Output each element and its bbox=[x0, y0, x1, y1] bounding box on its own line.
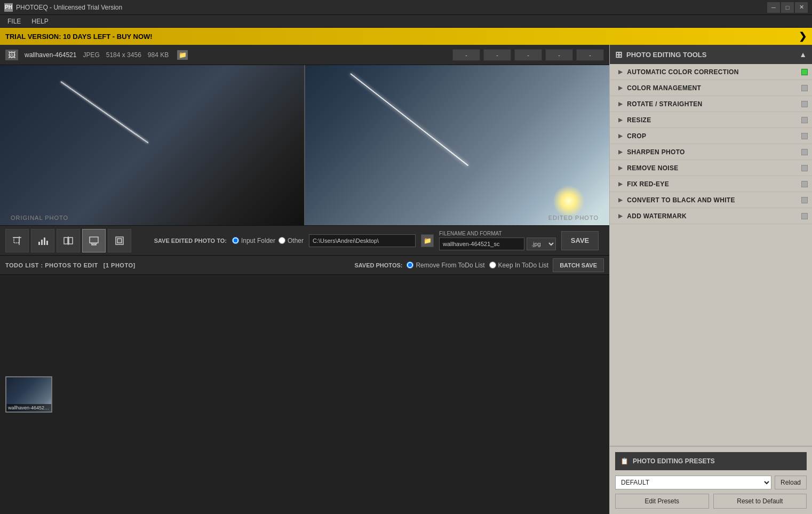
svg-rect-10 bbox=[90, 237, 98, 243]
format-select[interactable]: .jpg .png .bmp .tif bbox=[527, 238, 556, 250]
app-icon: PH bbox=[4, 3, 13, 12]
tool-item-9[interactable]: ▶ ADD WATERMARK bbox=[610, 208, 812, 224]
preset-select[interactable]: DEFAULT Custom 1 Custom 2 bbox=[615, 476, 771, 489]
save-path-input[interactable] bbox=[309, 234, 416, 247]
tool-arrow-0: ▶ bbox=[618, 69, 623, 75]
save-area: SAVE EDITED PHOTO TO: Input Folder Other bbox=[133, 231, 604, 250]
tool-label-4: CROP bbox=[627, 132, 646, 140]
radio-other-input[interactable] bbox=[278, 237, 285, 244]
tools-panel-icon: ⊞ bbox=[615, 50, 622, 60]
tool-arrow-9: ▶ bbox=[618, 213, 623, 219]
radio-keep-todo[interactable]: Keep In ToDo List bbox=[489, 262, 549, 269]
tool-item-1[interactable]: ▶ COLOR MANAGEMENT bbox=[610, 80, 812, 96]
save-to-label: SAVE EDITED PHOTO TO: bbox=[154, 238, 227, 244]
tool-item-8[interactable]: ▶ CONVERT TO BLACK AND WHITE bbox=[610, 192, 812, 208]
svg-rect-4 bbox=[41, 240, 43, 245]
tool-label-6: REMOVE NOISE bbox=[627, 164, 678, 172]
tool-item-4[interactable]: ▶ CROP bbox=[610, 128, 812, 144]
zoom-btn-1[interactable]: - bbox=[452, 49, 480, 61]
svg-rect-0 bbox=[14, 238, 19, 243]
browse-folder-button[interactable]: 📁 bbox=[421, 234, 434, 247]
presets-section: 📋 PHOTO EDITING PRESETS DEFAULT Custom 1… bbox=[610, 446, 812, 514]
tool-arrow-5: ▶ bbox=[618, 149, 623, 155]
presets-header: 📋 PHOTO EDITING PRESETS bbox=[615, 452, 807, 470]
radio-input-folder[interactable]: Input Folder bbox=[232, 237, 275, 244]
tool-item-0[interactable]: ▶ AUTOMATIC COLOR CORRECTION bbox=[610, 64, 812, 80]
filename-input[interactable] bbox=[439, 238, 524, 250]
radio-remove-todo[interactable]: Remove From ToDo List bbox=[407, 262, 484, 269]
zoom-btn-5[interactable]: - bbox=[576, 49, 604, 61]
tool-arrow-2: ▶ bbox=[618, 101, 623, 107]
tool-indicator-0 bbox=[801, 69, 808, 75]
reload-preset-button[interactable]: Reload bbox=[775, 476, 807, 489]
edited-photo bbox=[305, 65, 609, 225]
tool-label-9: ADD WATERMARK bbox=[627, 212, 687, 220]
radio-other[interactable]: Other bbox=[278, 237, 304, 244]
tool-label-8: CONVERT TO BLACK AND WHITE bbox=[627, 196, 735, 204]
view-tool-button[interactable] bbox=[82, 229, 106, 252]
trial-arrow: ❯ bbox=[799, 30, 807, 42]
right-panel: ⊞ PHOTO EDITING TOOLS ▲ ▶ AUTOMATIC COLO… bbox=[609, 45, 812, 514]
thumbnail-item-0[interactable]: wallhaven-464521.jpg bbox=[5, 376, 52, 413]
folder-icon[interactable]: 📁 bbox=[177, 50, 188, 60]
tool-item-7[interactable]: ▶ FIX RED-EYE bbox=[610, 176, 812, 192]
radio-remove-input[interactable] bbox=[407, 262, 413, 268]
tool-indicator-7 bbox=[801, 181, 808, 187]
photo-editing-tools-header: ⊞ PHOTO EDITING TOOLS ▲ bbox=[610, 45, 812, 64]
todo-thumbnails: wallhaven-464521.jpg bbox=[0, 274, 609, 514]
edited-photo-label: EDITED PHOTO bbox=[548, 215, 599, 221]
tool-label-0: AUTOMATIC COLOR CORRECTION bbox=[627, 68, 738, 76]
photo-divider bbox=[304, 65, 305, 225]
compare-tool-button[interactable] bbox=[57, 229, 80, 252]
svg-rect-6 bbox=[46, 241, 48, 245]
close-button[interactable]: ✕ bbox=[795, 2, 808, 13]
trial-banner[interactable]: TRIAL VERSION: 10 DAYS LEFT - BUY NOW! ❯ bbox=[0, 28, 812, 45]
tool-item-6[interactable]: ▶ REMOVE NOISE bbox=[610, 160, 812, 176]
reset-default-button[interactable]: Reset to Default bbox=[713, 494, 807, 509]
tool-item-3[interactable]: ▶ RESIZE bbox=[610, 112, 812, 128]
todo-bar: TODO LIST : PHOTOS TO EDIT [1 PHOTO] SAV… bbox=[0, 255, 609, 274]
radio-input-folder-input[interactable] bbox=[232, 237, 239, 244]
todo-count: [1 PHOTO] bbox=[104, 262, 136, 268]
tool-arrow-3: ▶ bbox=[618, 117, 623, 123]
save-button[interactable]: SAVE bbox=[561, 231, 599, 250]
crop-tool-button[interactable] bbox=[5, 229, 29, 252]
tool-label-3: RESIZE bbox=[627, 116, 651, 124]
tool-indicator-1 bbox=[801, 85, 808, 91]
tools-panel-collapse[interactable]: ▲ bbox=[799, 50, 807, 59]
app-wrapper: PH PHOTOEQ - Unlicensed Trial Version ─ … bbox=[0, 0, 812, 514]
tool-indicator-2 bbox=[801, 101, 808, 107]
menu-help[interactable]: HELP bbox=[26, 17, 53, 26]
zoom-btn-2[interactable]: - bbox=[483, 49, 511, 61]
maximize-button[interactable]: □ bbox=[781, 2, 794, 13]
thumbnail-name-0: wallhaven-464521.jpg bbox=[6, 404, 51, 412]
presets-icon: 📋 bbox=[620, 457, 628, 465]
photo-display: ORIGINAL PHOTO EDITED PHOTO bbox=[0, 65, 609, 225]
zoom-controls: - - - - - bbox=[452, 49, 604, 61]
file-name: wallhaven-464521 bbox=[25, 51, 76, 59]
bottom-toolbar: SAVE EDITED PHOTO TO: Input Folder Other bbox=[0, 225, 609, 255]
svg-rect-7 bbox=[64, 238, 68, 244]
tools-spacer bbox=[610, 224, 812, 446]
view2-tool-button[interactable] bbox=[108, 229, 131, 252]
tool-item-2[interactable]: ▶ ROTATE / STRAIGHTEN bbox=[610, 96, 812, 112]
zoom-btn-4[interactable]: - bbox=[545, 49, 573, 61]
radio-keep-input[interactable] bbox=[489, 262, 496, 268]
minimize-button[interactable]: ─ bbox=[767, 2, 780, 13]
menu-file[interactable]: FILE bbox=[2, 17, 26, 26]
histogram-tool-button[interactable] bbox=[31, 229, 54, 252]
file-size: 984 KB bbox=[148, 51, 169, 59]
original-photo-label: ORIGINAL PHOTO bbox=[11, 215, 68, 221]
batch-save-button[interactable]: BATCH SAVE bbox=[553, 258, 604, 272]
tool-indicator-8 bbox=[801, 197, 808, 203]
edit-presets-button[interactable]: Edit Presets bbox=[615, 494, 709, 509]
tool-arrow-7: ▶ bbox=[618, 181, 623, 187]
tool-arrow-8: ▶ bbox=[618, 197, 623, 203]
tool-item-5[interactable]: ▶ SHARPEN PHOTO bbox=[610, 144, 812, 160]
svg-rect-5 bbox=[44, 238, 45, 245]
tool-indicator-9 bbox=[801, 213, 808, 219]
zoom-btn-3[interactable]: - bbox=[514, 49, 542, 61]
saved-photos-section: SAVED PHOTOS: Remove From ToDo List Keep… bbox=[354, 258, 604, 272]
tool-label-7: FIX RED-EYE bbox=[627, 180, 669, 188]
saved-photos-label: SAVED PHOTOS: bbox=[354, 262, 402, 268]
